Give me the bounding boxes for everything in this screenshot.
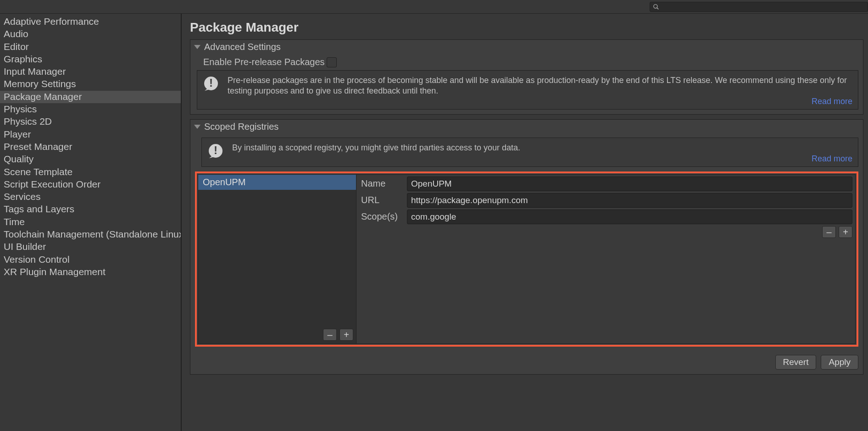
scope-remove-button[interactable]: – bbox=[822, 226, 836, 238]
sidebar-item-editor[interactable]: Editor bbox=[0, 41, 181, 53]
search-icon bbox=[653, 4, 659, 10]
apply-button[interactable]: Apply bbox=[821, 355, 858, 370]
sidebar-item-time[interactable]: Time bbox=[0, 216, 181, 228]
registry-scope-input[interactable] bbox=[407, 210, 852, 224]
registry-name-input[interactable] bbox=[407, 177, 852, 191]
info-icon: ! bbox=[207, 143, 226, 161]
sidebar-item-input-manager[interactable]: Input Manager bbox=[0, 66, 181, 78]
sidebar-item-physics[interactable]: Physics bbox=[0, 103, 181, 116]
scoped-registry-editor: OpenUPM – + Name bbox=[195, 171, 858, 347]
registry-remove-button[interactable]: – bbox=[323, 329, 337, 341]
settings-sidebar: Adaptive Performance Audio Editor Graphi… bbox=[0, 14, 182, 431]
sidebar-item-quality[interactable]: Quality bbox=[0, 153, 181, 166]
prerelease-read-more-link[interactable]: Read more bbox=[228, 97, 852, 106]
scoped-info-text: By installing a scoped registry, you mig… bbox=[232, 143, 852, 153]
advanced-settings-header[interactable]: Advanced Settings bbox=[190, 40, 863, 54]
sidebar-item-xr-plugin-management[interactable]: XR Plugin Management bbox=[0, 266, 181, 278]
sidebar-item-version-control[interactable]: Version Control bbox=[0, 254, 181, 266]
page-title: Package Manager bbox=[190, 20, 868, 35]
advanced-settings-title: Advanced Settings bbox=[204, 42, 281, 52]
foldout-icon bbox=[194, 125, 200, 129]
svg-text:!: ! bbox=[214, 144, 217, 156]
registry-list: OpenUPM – + bbox=[198, 174, 356, 344]
sidebar-item-tags-and-layers[interactable]: Tags and Layers bbox=[0, 203, 181, 216]
sidebar-item-physics-2d[interactable]: Physics 2D bbox=[0, 116, 181, 128]
enable-prerelease-checkbox[interactable] bbox=[327, 57, 337, 67]
scoped-registries-section: Scoped Registries ! By installing a sc bbox=[190, 119, 863, 375]
sidebar-item-script-execution-order[interactable]: Script Execution Order bbox=[0, 178, 181, 191]
prerelease-info-text: Pre-release packages are in the process … bbox=[228, 75, 852, 96]
registry-name-label: Name bbox=[361, 178, 407, 189]
sidebar-item-adaptive-performance[interactable]: Adaptive Performance bbox=[0, 16, 181, 28]
advanced-settings-section: Advanced Settings Enable Pre-release Pac… bbox=[190, 39, 863, 115]
sidebar-item-preset-manager[interactable]: Preset Manager bbox=[0, 141, 181, 153]
content-area: Package Manager Advanced Settings Enable… bbox=[182, 14, 868, 431]
sidebar-item-player[interactable]: Player bbox=[0, 128, 181, 141]
scoped-registries-header[interactable]: Scoped Registries bbox=[190, 120, 863, 134]
revert-button[interactable]: Revert bbox=[775, 355, 817, 370]
registry-url-input[interactable] bbox=[407, 193, 852, 208]
scope-add-button[interactable]: + bbox=[839, 226, 852, 238]
sidebar-item-graphics[interactable]: Graphics bbox=[0, 53, 181, 66]
sidebar-item-services[interactable]: Services bbox=[0, 191, 181, 203]
sidebar-item-audio[interactable]: Audio bbox=[0, 28, 181, 40]
scoped-registries-title: Scoped Registries bbox=[204, 122, 278, 132]
svg-line-1 bbox=[657, 7, 659, 9]
svg-text:!: ! bbox=[209, 77, 213, 89]
registry-form: Name URL Scope(s) bbox=[356, 174, 856, 344]
registry-add-button[interactable]: + bbox=[339, 329, 353, 341]
registry-list-item[interactable]: OpenUPM bbox=[198, 175, 356, 190]
svg-point-0 bbox=[654, 4, 657, 8]
search-field-wrap[interactable] bbox=[650, 2, 868, 12]
registry-url-label: URL bbox=[361, 195, 407, 205]
prerelease-info-box: ! Pre-release packages are in the proces… bbox=[197, 70, 858, 110]
scoped-info-box: ! By installing a scoped registry, you m… bbox=[201, 138, 858, 167]
top-bar bbox=[0, 0, 868, 14]
sidebar-item-toolchain-management[interactable]: Toolchain Management (Standalone Linux) bbox=[0, 228, 181, 241]
sidebar-item-ui-builder[interactable]: UI Builder bbox=[0, 241, 181, 253]
scoped-read-more-link[interactable]: Read more bbox=[232, 154, 852, 164]
registry-scope-label: Scope(s) bbox=[361, 211, 407, 222]
foldout-icon bbox=[194, 45, 200, 49]
sidebar-item-memory-settings[interactable]: Memory Settings bbox=[0, 78, 181, 90]
sidebar-item-scene-template[interactable]: Scene Template bbox=[0, 166, 181, 178]
info-icon: ! bbox=[203, 75, 221, 94]
search-input[interactable] bbox=[661, 3, 865, 11]
enable-prerelease-label: Enable Pre-release Packages bbox=[203, 57, 325, 67]
sidebar-item-package-manager[interactable]: Package Manager bbox=[0, 91, 181, 103]
